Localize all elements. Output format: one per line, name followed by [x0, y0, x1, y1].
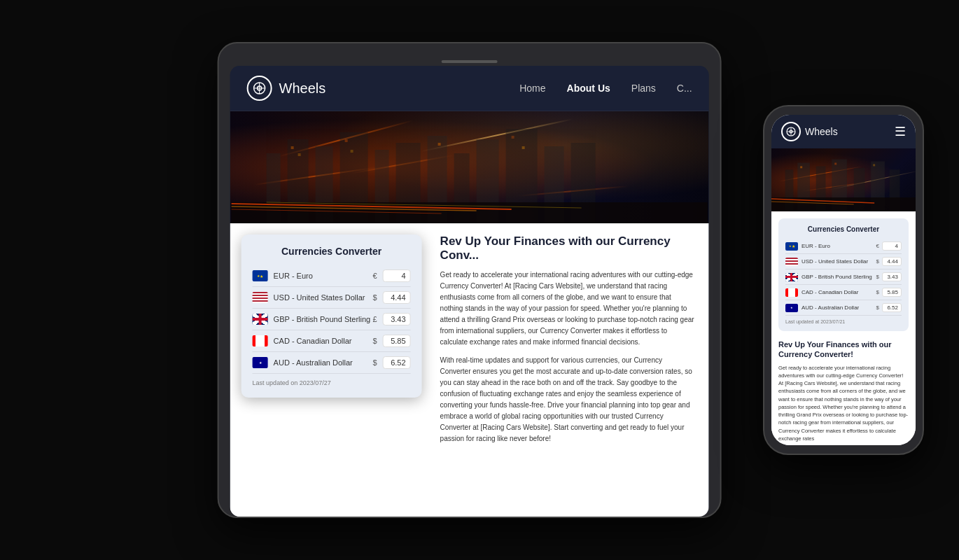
mobile-eur-value: 4 [882, 241, 902, 251]
mobile-usd-value: 4.44 [882, 257, 902, 266]
tablet-bottom-content: Currencies Converter ★ EUR - Euro € 4 [230, 223, 709, 517]
mobile-gbp-name: GBP - British Pound Sterling [802, 274, 876, 280]
eur-symbol: € [372, 272, 377, 280]
mobile-gbp-value: 3.43 [882, 272, 902, 281]
gbp-name: GBP - British Pound Sterling [274, 315, 373, 323]
mobile-cad-name: CAD - Canadian Dollar [802, 289, 876, 295]
tablet-section-body-2: With real-time updates and support for v… [440, 355, 695, 444]
mobile-content[interactable]: Currencies Converter ★ EUR - Euro € 4 US… [771, 211, 916, 445]
cad-value: 5.85 [383, 335, 411, 347]
mobile-usd-name: USD - United States Dollar [802, 258, 876, 265]
tablet-hero [230, 111, 709, 223]
mobile-ca-flag [785, 288, 798, 297]
nav-plans[interactable]: Plans [631, 83, 656, 94]
cad-name: CAD - Canadian Dollar [274, 337, 373, 345]
tablet-screen: Wheels Home About Us Plans C... [230, 66, 709, 517]
mobile-logo-icon [781, 122, 801, 141]
mobile-cad-value: 5.85 [882, 288, 902, 297]
svg-rect-18 [345, 139, 348, 142]
svg-rect-21 [512, 136, 514, 139]
mobile-hamburger-icon[interactable]: ☰ [895, 124, 906, 139]
mobile-currency-title: Currencies Converter [785, 225, 902, 233]
svg-rect-39 [800, 166, 802, 168]
mobile-cad-symbol: $ [876, 289, 879, 295]
wheels-logo-icon [247, 76, 272, 101]
mobile-section-title: Rev Up Your Finances with our Currency C… [778, 340, 909, 360]
mobile-eur-symbol: € [876, 243, 879, 249]
us-flag-icon [253, 292, 268, 303]
mobile-currency-row-usd: USD - United States Dollar $ 4.44 [785, 254, 902, 270]
mobile-eu-flag: ★ [785, 242, 798, 251]
mobile-device: Wheels ☰ [763, 105, 924, 455]
aud-symbol: $ [372, 358, 377, 367]
tablet-logo: Wheels [247, 76, 326, 101]
usd-symbol: $ [372, 293, 377, 302]
gbp-value: 3.43 [383, 313, 411, 326]
tablet-device: Wheels Home About Us Plans C... [218, 42, 722, 518]
usd-name: USD - United States Dollar [274, 293, 373, 302]
mobile-us-flag [785, 258, 798, 266]
tablet-currency-panel: Currencies Converter ★ EUR - Euro € 4 [230, 223, 433, 517]
mobile-last-updated: Last updated at 2023/07/21 [785, 319, 902, 324]
mobile-currency-row-eur: ★ EUR - Euro € 4 [785, 239, 902, 254]
au-flag-icon: ★ [253, 357, 268, 368]
svg-rect-16 [291, 146, 294, 149]
mobile-usd-symbol: $ [876, 258, 879, 265]
mobile-screen: Wheels ☰ [771, 115, 916, 445]
mobile-aud-name: AUD - Australian Dollar [802, 304, 876, 311]
tablet-currency-row-usd: USD - United States Dollar $ 4.44 [253, 287, 411, 309]
tablet-currency-card: Currencies Converter ★ EUR - Euro € 4 [241, 234, 422, 398]
tablet-currency-row-eur: ★ EUR - Euro € 4 [253, 265, 411, 287]
tablet-navbar: Wheels Home About Us Plans C... [230, 66, 709, 111]
svg-rect-19 [351, 150, 354, 153]
cad-symbol: $ [372, 337, 377, 345]
mobile-hero [771, 148, 916, 211]
tablet-top-bar [230, 55, 709, 66]
aud-value: 6.52 [383, 356, 411, 369]
mobile-au-flag: ★ [785, 304, 798, 312]
mobile-currency-row-cad: CAD - Canadian Dollar $ 5.85 [785, 285, 902, 300]
svg-rect-40 [834, 162, 836, 164]
mobile-gbp-symbol: $ [876, 274, 879, 280]
svg-rect-22 [522, 146, 525, 149]
usd-value: 4.44 [383, 291, 411, 304]
svg-rect-41 [873, 164, 875, 166]
tablet-last-updated: Last updated on 2023/07/27 [253, 379, 411, 386]
nav-more[interactable]: C... [677, 83, 692, 94]
mobile-currency-row-aud: ★ AUD - Australian Dollar $ 6.52 [785, 300, 902, 316]
mobile-section-body-1: Get ready to accelerate your internation… [778, 364, 909, 443]
mobile-eur-name: EUR - Euro [802, 243, 876, 249]
tablet-notch [442, 60, 498, 63]
nav-home[interactable]: Home [519, 83, 545, 94]
mobile-logo-text: Wheels [805, 126, 838, 137]
gbp-symbol: £ [372, 315, 377, 323]
mobile-logo: Wheels [781, 122, 838, 141]
mobile-navbar: Wheels ☰ [771, 115, 916, 148]
tablet-logo-text: Wheels [279, 80, 326, 97]
nav-about[interactable]: About Us [567, 83, 610, 94]
mobile-currency-row-gbp: GBP - British Pound Sterling $ 3.43 [785, 270, 902, 285]
tablet-section-heading: Rev Up Your Finances with our Currency C… [440, 234, 695, 262]
tablet-section-body-1: Get ready to accelerate your internation… [440, 270, 695, 348]
ca-flag-icon [253, 335, 268, 346]
tablet-currency-title: Currencies Converter [253, 246, 411, 257]
mobile-aud-value: 6.52 [882, 303, 902, 312]
svg-rect-20 [438, 143, 441, 146]
eur-value: 4 [383, 270, 411, 282]
svg-rect-17 [298, 153, 301, 156]
eu-flag-icon: ★ [253, 270, 268, 281]
mobile-currency-card: Currencies Converter ★ EUR - Euro € 4 US… [778, 218, 909, 331]
gb-flag-icon [253, 314, 268, 325]
tablet-currency-row-aud: ★ AUD - Australian Dollar $ 6.52 [253, 352, 411, 374]
tablet-currency-row-gbp: GBP - British Pound Sterling £ 3.43 [253, 309, 411, 330]
eur-name: EUR - Euro [274, 272, 373, 280]
mobile-aud-symbol: $ [876, 304, 879, 311]
tablet-currency-row-cad: CAD - Canadian Dollar $ 5.85 [253, 330, 411, 352]
tablet-text-panel: Rev Up Your Finances with our Currency C… [433, 223, 709, 517]
mobile-gb-flag [785, 273, 798, 281]
tablet-nav: Home About Us Plans C... [519, 82, 692, 94]
aud-name: AUD - Australian Dollar [274, 358, 373, 367]
